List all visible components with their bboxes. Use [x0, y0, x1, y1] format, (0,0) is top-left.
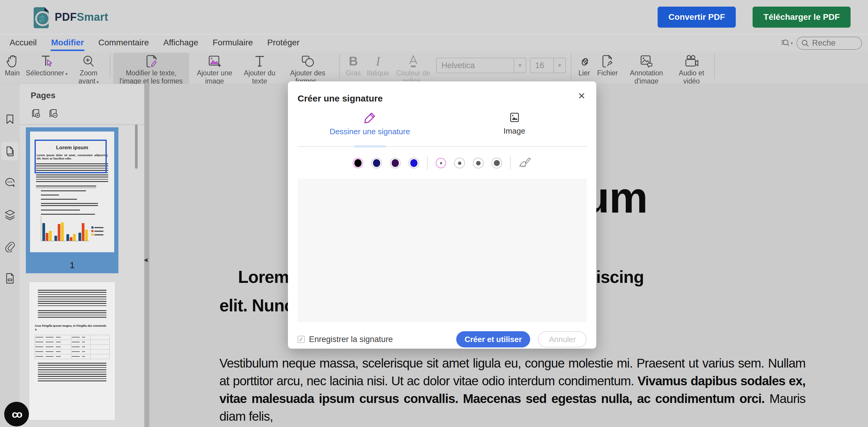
pdfsmart-logo-icon: [31, 6, 51, 28]
search-options-button[interactable]: ▾: [781, 39, 793, 48]
tab-accueil[interactable]: Accueil: [9, 36, 37, 51]
tab-affichage[interactable]: Affichage: [163, 36, 199, 51]
layers-icon: [4, 209, 16, 221]
left-icon-strip: [0, 84, 20, 427]
sidebar-item-layers[interactable]: [1, 205, 19, 224]
caret-down-icon: ▾: [96, 79, 99, 85]
chart-bar-group: [54, 223, 64, 241]
toolbar-attach-file[interactable]: Fichier: [594, 53, 621, 78]
toolbar-italic-label: Italique: [367, 69, 389, 77]
toolbar-hand-label: Main: [5, 69, 20, 77]
collapse-panel-arrow[interactable]: ◀: [144, 257, 148, 263]
toolbar-audio-video-label: Audio et vidéo: [679, 69, 704, 85]
toolbar-bold[interactable]: B Gras: [343, 53, 364, 78]
chart-bar: [46, 233, 49, 241]
create-and-use-button[interactable]: Créer et utiliser: [456, 331, 530, 348]
sidebar-item-bookmarks[interactable]: [1, 110, 19, 129]
panel-resize-gutter[interactable]: [144, 84, 149, 427]
page-thumbnail-1[interactable]: Lorem ipsum Lorem ipsum dolor sit amet, …: [26, 127, 118, 273]
panel-divider: [20, 124, 144, 125]
current-view-rectangle[interactable]: [35, 140, 107, 173]
toolbar-bold-label: Gras: [346, 69, 361, 77]
toolbar-image-annotation[interactable]: Annotation d'image: [621, 53, 672, 86]
toolbar-link[interactable]: Lier: [575, 53, 594, 78]
toolbar-select-tool[interactable]: Sélectionner▾: [23, 53, 71, 79]
save-signature-checkbox[interactable]: ✓: [298, 336, 305, 343]
page-thumbnail-2[interactable]: Cras fringilla ipsum magna, in fringilla…: [29, 282, 116, 427]
pages-panel: Pages Lorem ipsum Lorem ipsum dolor sit …: [20, 84, 144, 427]
chart-bar: [66, 234, 69, 241]
sidebar-item-attachments[interactable]: [1, 237, 19, 256]
convert-pdf-button[interactable]: Convertir PDF: [658, 7, 736, 28]
ink-color-swatch[interactable]: [352, 158, 363, 168]
panel-scrollbar[interactable]: [135, 124, 138, 169]
toolbar-separator: [571, 54, 571, 79]
tab-draw-signature[interactable]: Dessiner une signature: [298, 111, 442, 146]
chart-bar: [49, 231, 52, 241]
font-size-value: 16: [530, 61, 553, 70]
download-pdf-button[interactable]: Télécharger le PDF: [752, 7, 850, 28]
toolbar-add-image[interactable]: Ajouter une image: [189, 53, 240, 86]
signature-draw-canvas[interactable]: [298, 179, 587, 322]
edit-toolbar: Main Sélectionner▾ Zoom avant▾ Modifier …: [0, 52, 868, 84]
tab-image-signature[interactable]: Image: [442, 111, 587, 146]
thumbnails-zoom-in-button[interactable]: [31, 108, 41, 119]
search-icon: [801, 39, 809, 47]
sidebar-item-page-info[interactable]: [1, 269, 19, 288]
signature-tabs: Dessiner une signature Image: [298, 111, 587, 147]
dialog-title: Créer une signature: [298, 93, 587, 104]
toolbar-add-text[interactable]: Ajouter du texte: [240, 53, 279, 86]
badge-text: co: [12, 408, 21, 420]
stroke-size-row: [435, 158, 502, 168]
thumbnail-1-page: Lorem ipsum Lorem ipsum dolor sit amet, …: [30, 132, 114, 252]
tab-commentaire[interactable]: Commentaire: [98, 36, 149, 51]
chart-bar: [54, 236, 57, 241]
file-pin-icon: [601, 54, 614, 69]
chevron-down-icon: ▼: [514, 58, 526, 73]
chart-bar: [85, 230, 88, 241]
chart-legend-item: [91, 226, 103, 229]
edit-document-icon: [145, 54, 158, 69]
check-icon: ✓: [299, 336, 304, 343]
toolbar-separator: [339, 54, 340, 79]
search-input[interactable]: Reche: [797, 37, 862, 50]
thumbnails-zoom-out-button[interactable]: [48, 108, 59, 119]
toolbar-audio-video[interactable]: Audio et vidéo: [672, 53, 711, 86]
select-cursor-icon: [39, 54, 54, 69]
menu-bar: Accueil Modifier Commentaire Affichage F…: [0, 35, 868, 52]
tab-formulaire[interactable]: Formulaire: [212, 36, 253, 51]
close-icon[interactable]: ✕: [578, 92, 586, 101]
font-family-select[interactable]: Helvetica ▼: [436, 58, 526, 73]
brand-name: PDFSmart: [55, 11, 108, 24]
ink-color-swatch[interactable]: [408, 158, 419, 168]
stroke-size-option[interactable]: [473, 158, 484, 168]
chart-bar: [61, 223, 64, 241]
chart-bar: [42, 223, 45, 241]
paperclip-icon: [4, 241, 16, 252]
page-1-number: 1: [26, 260, 118, 270]
toolbar-italic[interactable]: I Italique: [364, 53, 392, 78]
ink-color-swatch[interactable]: [390, 158, 401, 168]
sidebar-item-comments[interactable]: [1, 173, 19, 192]
font-size-select[interactable]: 16 ▼: [530, 58, 566, 73]
cookie-consent-badge[interactable]: co: [4, 402, 29, 426]
hand-icon: [6, 54, 19, 69]
stroke-size-option[interactable]: [454, 158, 465, 168]
ink-color-swatch[interactable]: [371, 158, 382, 168]
toolbar-zoom-in[interactable]: Zoom avant▾: [71, 53, 107, 87]
tab-proteger[interactable]: Protéger: [267, 36, 300, 51]
clear-canvas-button[interactable]: [519, 157, 532, 169]
tab-modifier[interactable]: Modifier: [51, 36, 85, 51]
stroke-size-option[interactable]: [491, 158, 502, 168]
font-color-icon: [407, 54, 419, 69]
sidebar-item-pages[interactable]: [1, 142, 19, 160]
toolbar-hand-tool[interactable]: Main: [2, 53, 23, 78]
broom-icon: [519, 157, 532, 169]
cancel-button[interactable]: Annuler: [538, 331, 587, 348]
thumb1-bar-chart: [41, 216, 103, 241]
stroke-size-option[interactable]: [435, 158, 446, 168]
chart-legend-item: [91, 230, 103, 232]
thumb-chart-bars: [41, 216, 89, 241]
toolbar-edit-content[interactable]: Modifier le texte, l'image et les formes: [113, 53, 189, 86]
toolbar-file-label: Fichier: [597, 69, 618, 77]
